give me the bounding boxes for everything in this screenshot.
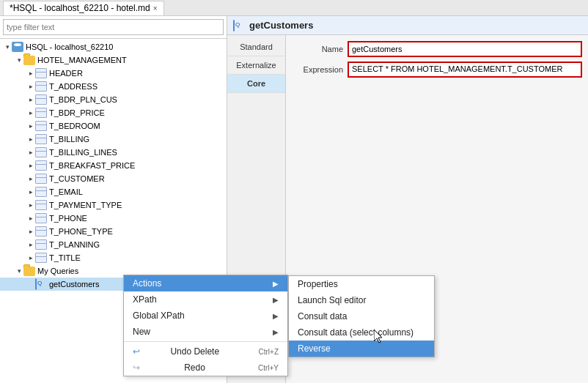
folder-icon [23, 267, 35, 276]
tree-item-t-title[interactable]: T_TITLE [0, 251, 227, 264]
tree-item-t-customer[interactable]: T_CUSTOMER [0, 172, 227, 185]
tab-bar: *HSQL - localhost_62210 - hotel.md × [0, 0, 588, 16]
hotel-mgmt-arrow [15, 56, 23, 64]
tab-externalize[interactable]: Externalize [227, 56, 285, 75]
search-bar [0, 16, 227, 39]
redo-shortcut: Ctrl+Y [258, 364, 279, 372]
tab-standard[interactable]: Standard [227, 38, 285, 56]
label: T_BREAKFAST_PRICE [49, 161, 135, 170]
arrow [26, 175, 35, 182]
tree-item-t-email[interactable]: T_EMAIL [0, 185, 227, 198]
table-icon [35, 160, 47, 171]
root-label: HSQL - localhost_62210 [26, 42, 113, 51]
table-icon [35, 253, 47, 263]
expression-row: Expression SELECT * FROM HOTEL_MANAGEMEN… [292, 62, 582, 78]
arrow [26, 96, 35, 103]
tab-core[interactable]: Core [227, 75, 285, 93]
submenu-properties[interactable]: Properties [289, 276, 434, 292]
label: T_PLANNING [49, 240, 100, 249]
arrow [26, 241, 35, 248]
tree-item-t-payment-type[interactable]: T_PAYMENT_TYPE [0, 198, 227, 212]
name-input[interactable] [348, 41, 582, 57]
right-header: getCustomers [227, 16, 588, 35]
menu-item-xpath[interactable]: XPath ▶ [124, 291, 287, 308]
global-xpath-arrow: ▶ [273, 312, 279, 320]
tree-item-t-phone[interactable]: T_PHONE [0, 212, 227, 225]
redo-icon: ↪ [133, 362, 143, 373]
table-icon [35, 200, 47, 210]
tree-root[interactable]: HSQL - localhost_62210 [0, 40, 227, 53]
new-label: New [133, 327, 150, 337]
tree-item-t-bedroom[interactable]: T_BEDROOM [0, 119, 227, 133]
menu-item-global-xpath[interactable]: Global XPath ▶ [124, 308, 287, 324]
actions-label: Actions [133, 278, 161, 289]
expression-input[interactable]: SELECT * FROM HOTEL_MANAGEMENT.T_CUSTOME… [348, 62, 582, 78]
submenu-consult-data[interactable]: Consult data [289, 308, 434, 324]
label: T_PHONE_TYPE [49, 227, 113, 236]
menu-item-actions[interactable]: Actions ▶ Properties Launch Sql editor C… [124, 275, 287, 291]
table-icon [35, 213, 47, 223]
undo-icon: ↩ [133, 346, 143, 357]
label: Launch Sql editor [298, 295, 366, 305]
tree-item-t-planning[interactable]: T_PLANNING [0, 238, 227, 251]
tree-item-t-address[interactable]: T_ADDRESS [0, 80, 227, 93]
folder-icon [23, 56, 35, 65]
main-tab[interactable]: *HSQL - localhost_62210 - hotel.md × [3, 1, 164, 15]
name-row: Name [292, 41, 582, 57]
redo-label: Redo [184, 362, 205, 373]
arrow [26, 70, 35, 77]
tree-item-t-billing[interactable]: T_BILLING [0, 133, 227, 146]
arrow [26, 215, 35, 222]
arrow [26, 228, 35, 235]
arrow [26, 109, 35, 116]
context-menu: Actions ▶ Properties Launch Sql editor C… [123, 275, 288, 376]
actions-arrow: ▶ [273, 280, 279, 288]
label: T_CUSTOMER [49, 174, 105, 183]
tree-item-hotel-mgmt[interactable]: HOTEL_MANAGEMENT [0, 53, 227, 67]
table-icon [35, 174, 47, 184]
menu-item-undo-delete[interactable]: ↩ Undo Delete Ctrl+Z [124, 343, 287, 360]
tree-item-t-phone-type[interactable]: T_PHONE_TYPE [0, 225, 227, 238]
tree-item-t-bdr-pln-cus[interactable]: T_BDR_PLN_CUS [0, 93, 227, 106]
root-arrow [3, 43, 12, 51]
menu-separator [124, 341, 287, 342]
table-icon [35, 239, 47, 250]
label: HEADER [49, 69, 83, 78]
xpath-arrow: ▶ [273, 296, 279, 304]
undo-shortcut: Ctrl+Z [259, 348, 279, 356]
label: T_BDR_PRICE [49, 108, 105, 117]
tree-item-t-breakfast-price[interactable]: T_BREAKFAST_PRICE [0, 159, 227, 172]
tree-item-header[interactable]: HEADER [0, 67, 227, 80]
my-queries-label: My Queries [37, 267, 78, 275]
submenu-actions: Properties Launch Sql editor Consult dat… [288, 275, 435, 357]
submenu-reverse[interactable]: Reverse [289, 341, 434, 357]
table-icon [35, 147, 47, 157]
arrow [26, 135, 35, 143]
label: Properties [298, 279, 338, 289]
search-input[interactable] [3, 19, 224, 35]
submenu-launch-sql[interactable]: Launch Sql editor [289, 292, 434, 308]
label: T_TITLE [49, 253, 81, 262]
label: T_BILLING [49, 135, 89, 144]
menu-item-redo[interactable]: ↪ Redo Ctrl+Y [124, 360, 287, 376]
tab-close-icon[interactable]: × [153, 4, 158, 12]
label: Reverse [298, 343, 331, 354]
tree-item-t-billing-lines[interactable]: T_BILLING_LINES [0, 146, 227, 159]
global-xpath-label: Global XPath [133, 311, 185, 321]
tree-item-t-bdr-price[interactable]: T_BDR_PRICE [0, 106, 227, 119]
table-icon [35, 226, 47, 237]
menu-item-new[interactable]: New ▶ [124, 324, 287, 340]
db-icon [12, 42, 23, 52]
right-panel-title: getCustomers [249, 20, 313, 31]
label: T_PAYMENT_TYPE [49, 201, 122, 209]
tab-label: *HSQL - localhost_62210 - hotel.md [10, 3, 150, 13]
table-icon [35, 187, 47, 197]
hotel-mgmt-label: HOTEL_MANAGEMENT [37, 56, 127, 64]
label: Consult data (select columns) [298, 327, 414, 338]
label: T_EMAIL [49, 187, 83, 196]
arrow [26, 188, 35, 196]
label: Consult data [298, 311, 347, 321]
undo-delete-label: Undo Delete [170, 346, 219, 357]
table-icon [35, 68, 47, 78]
submenu-consult-data-select[interactable]: Consult data (select columns) [289, 324, 434, 341]
